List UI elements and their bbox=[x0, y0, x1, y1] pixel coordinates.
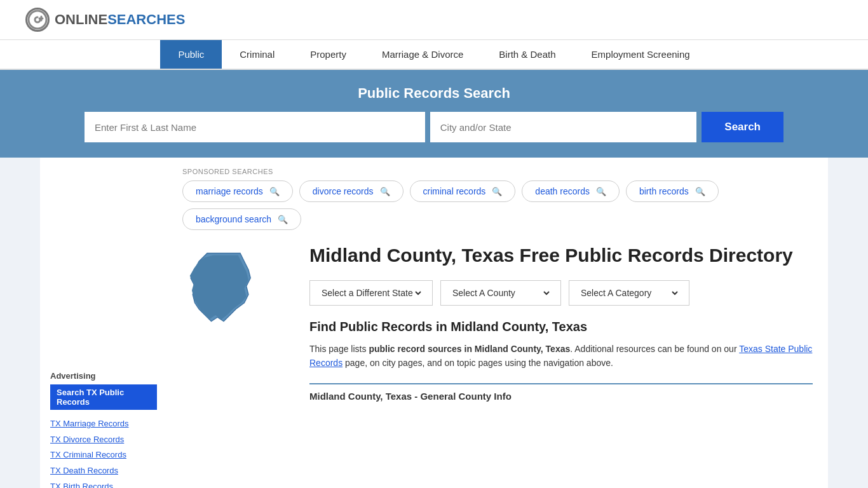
ad-button[interactable]: Search TX Public Records bbox=[50, 384, 157, 410]
tag-death[interactable]: death records 🔍 bbox=[522, 180, 620, 202]
search-icon: 🔍 bbox=[492, 187, 502, 196]
texas-map bbox=[182, 249, 297, 334]
state-dropdown[interactable]: Select a Different State bbox=[309, 280, 433, 306]
nav-birth-death[interactable]: Birth & Death bbox=[481, 40, 573, 69]
county-select[interactable]: Select A County bbox=[450, 287, 552, 299]
logo: ONLINESEARCHES bbox=[25, 8, 185, 32]
tag-birth[interactable]: birth records 🔍 bbox=[626, 180, 719, 202]
search-icon: 🔍 bbox=[695, 187, 705, 196]
nav-public[interactable]: Public bbox=[160, 40, 222, 69]
sidebar-link-marriage[interactable]: TX Marriage Records bbox=[50, 416, 157, 432]
list-item: TX Marriage Records bbox=[50, 416, 157, 432]
sidebar: Advertising Search TX Public Records TX … bbox=[40, 158, 167, 488]
list-item: TX Divorce Records bbox=[50, 432, 157, 448]
nav-marriage-divorce[interactable]: Marriage & Divorce bbox=[364, 40, 481, 69]
content-body: Midland County, Texas Free Public Record… bbox=[182, 243, 813, 402]
nav-property[interactable]: Property bbox=[292, 40, 364, 69]
banner-title: Public Records Search bbox=[25, 85, 843, 102]
header: ONLINESEARCHES Public Criminal Property … bbox=[0, 0, 868, 70]
logo-icon bbox=[25, 8, 50, 32]
search-icon: 🔍 bbox=[596, 187, 606, 196]
search-button[interactable]: Search bbox=[702, 112, 783, 142]
sidebar-link-birth[interactable]: TX Birth Records bbox=[50, 479, 157, 488]
svg-marker-4 bbox=[190, 255, 248, 320]
sponsored-label: SPONSORED SEARCHES bbox=[182, 168, 813, 175]
search-banner: Public Records Search Search bbox=[0, 70, 868, 158]
sidebar-link-death[interactable]: TX Death Records bbox=[50, 463, 157, 479]
tag-marriage[interactable]: marriage records 🔍 bbox=[182, 180, 293, 202]
list-item: TX Criminal Records bbox=[50, 447, 157, 463]
list-item: TX Death Records bbox=[50, 463, 157, 479]
search-icon: 🔍 bbox=[269, 187, 280, 196]
svg-point-0 bbox=[29, 11, 46, 29]
tag-criminal[interactable]: criminal records 🔍 bbox=[410, 180, 516, 202]
search-form: Search bbox=[85, 112, 783, 142]
sidebar-link-divorce[interactable]: TX Divorce Records bbox=[50, 432, 157, 448]
content-area: SPONSORED SEARCHES marriage records 🔍 di… bbox=[167, 158, 828, 488]
advertising-label: Advertising bbox=[50, 371, 157, 381]
search-icon: 🔍 bbox=[278, 215, 288, 224]
category-dropdown[interactable]: Select A Category bbox=[569, 280, 689, 306]
content-right: Midland County, Texas Free Public Record… bbox=[297, 243, 813, 402]
state-select[interactable]: Select a Different State bbox=[319, 287, 423, 299]
content-left bbox=[182, 243, 297, 402]
find-description: This page lists public record sources in… bbox=[309, 342, 813, 370]
category-select[interactable]: Select A Category bbox=[578, 287, 680, 299]
tag-background[interactable]: background search 🔍 bbox=[182, 208, 301, 230]
sidebar-link-criminal[interactable]: TX Criminal Records bbox=[50, 447, 157, 463]
nav-criminal[interactable]: Criminal bbox=[222, 40, 292, 69]
main-nav: Public Criminal Property Marriage & Divo… bbox=[0, 40, 868, 70]
location-input[interactable] bbox=[430, 112, 697, 142]
main-container: Advertising Search TX Public Records TX … bbox=[40, 158, 828, 488]
tag-divorce[interactable]: divorce records 🔍 bbox=[299, 180, 403, 202]
dropdown-row: Select a Different State Select A County… bbox=[309, 280, 813, 306]
county-dropdown[interactable]: Select A County bbox=[440, 280, 561, 306]
list-item: TX Birth Records bbox=[50, 479, 157, 488]
find-title: Find Public Records in Midland County, T… bbox=[309, 320, 813, 334]
logo-text: ONLINESEARCHES bbox=[55, 11, 185, 28]
search-icon: 🔍 bbox=[380, 187, 390, 196]
nav-employment[interactable]: Employment Screening bbox=[574, 40, 708, 69]
section-divider bbox=[309, 383, 813, 384]
section-subtitle: Midland County, Texas - General County I… bbox=[309, 391, 813, 402]
texas-map-svg bbox=[182, 249, 265, 332]
search-tags: marriage records 🔍 divorce records 🔍 cri… bbox=[182, 180, 813, 230]
name-input[interactable] bbox=[85, 112, 425, 142]
county-title: Midland County, Texas Free Public Record… bbox=[309, 243, 813, 268]
sidebar-links: TX Marriage Records TX Divorce Records T… bbox=[50, 416, 157, 488]
